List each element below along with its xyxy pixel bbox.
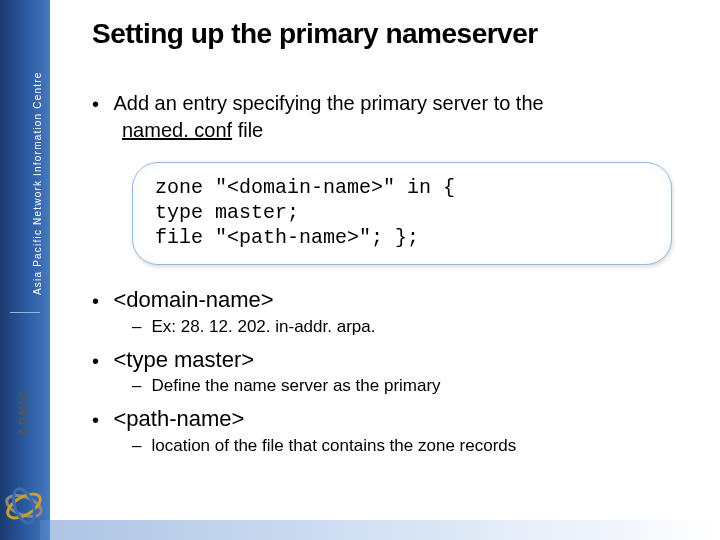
svg-point-1 [4, 489, 44, 523]
term-path-name-desc: location of the file that contains the z… [132, 436, 692, 456]
intro-file-underline: named. conf [122, 119, 232, 141]
term-list: <domain-name> Ex: 28. 12. 202. in-addr. … [92, 285, 692, 456]
term-path-name-label: <path-name> [113, 406, 244, 431]
term-domain-name-desc: Ex: 28. 12. 202. in-addr. arpa. [132, 317, 692, 337]
intro-file-rest: file [232, 119, 263, 141]
svg-point-2 [9, 486, 38, 526]
code-box: zone "<domain-name>" in { type master; f… [132, 162, 672, 265]
bullet-list: Add an entry specifying the primary serv… [92, 90, 692, 144]
intro-prefix: Add an entry specifying the primary serv… [113, 92, 543, 114]
term-domain-name: <domain-name> Ex: 28. 12. 202. in-addr. … [92, 285, 692, 337]
slide-content: Setting up the primary nameserver Add an… [50, 0, 720, 540]
term-path-name: <path-name> location of the file that co… [92, 404, 692, 456]
code-snippet: zone "<domain-name>" in { type master; f… [155, 175, 649, 250]
intro-text: Add an entry specifying the primary serv… [92, 92, 544, 141]
term-type-master: <type master> Define the name server as … [92, 345, 692, 397]
sidebar-divider [10, 312, 40, 313]
apnic-logo: APNIC [0, 345, 54, 530]
term-type-master-label: <type master> [113, 347, 254, 372]
sidebar-org-name: Asia Pacific Network Information Centre [32, 71, 43, 295]
sidebar: Asia Pacific Network Information Centre … [0, 0, 50, 540]
apnic-logo-text: APNIC [17, 388, 31, 435]
bullet-intro: Add an entry specifying the primary serv… [92, 90, 692, 144]
term-domain-name-label: <domain-name> [113, 287, 273, 312]
term-type-master-desc: Define the name server as the primary [132, 376, 692, 396]
slide-title: Setting up the primary nameserver [92, 18, 692, 50]
